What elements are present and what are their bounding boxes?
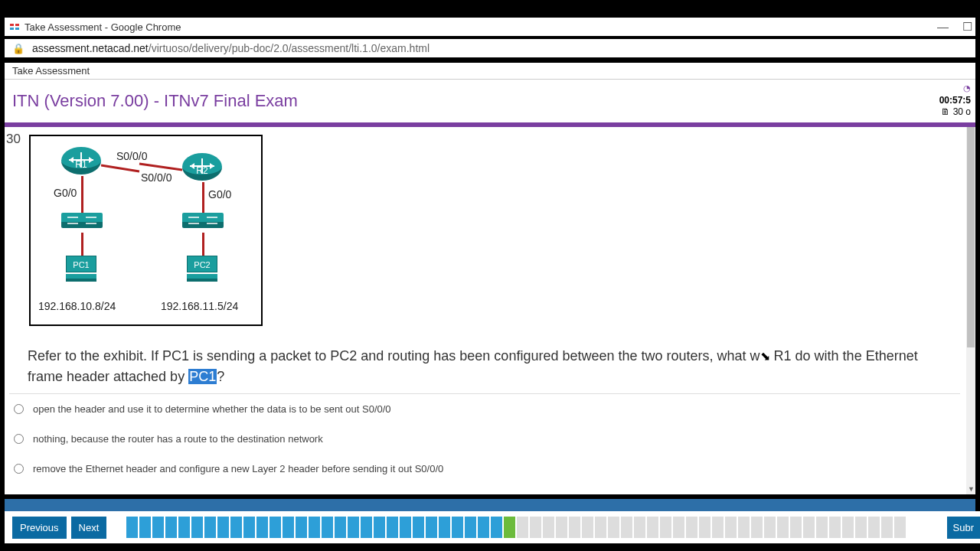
svg-line-13 [139, 164, 182, 170]
progress-box-done[interactable] [374, 517, 385, 538]
svg-rect-0 [10, 24, 14, 26]
progress-box-done[interactable] [165, 517, 177, 538]
tab-strip: Take Assessment [5, 63, 975, 80]
switch-right [182, 213, 224, 228]
link-line [202, 233, 204, 257]
radio-input[interactable] [14, 434, 24, 444]
question-number: 30 [6, 132, 21, 147]
svg-rect-2 [10, 28, 14, 30]
pc1: PC1 [66, 256, 100, 283]
scrollbar-thumb[interactable] [967, 127, 975, 347]
label-g00-left: G0/0 [54, 187, 77, 199]
progress-box-done[interactable] [491, 517, 502, 538]
svg-line-12 [101, 165, 139, 171]
progress-box-done[interactable] [230, 517, 242, 538]
answer-option[interactable]: remove the Ethernet header and configure… [9, 454, 960, 484]
exam-timer: ◔ 00:57:5 🗎 30 o [939, 83, 971, 119]
progress-box-empty[interactable] [855, 517, 867, 538]
previous-button[interactable]: Previous [12, 517, 67, 539]
progress-box-done[interactable] [256, 517, 268, 538]
pc2: PC2 [187, 256, 220, 283]
progress-box-done[interactable] [348, 517, 359, 538]
progress-box-empty[interactable] [647, 517, 658, 538]
submit-button[interactable]: Subr [947, 517, 980, 539]
progress-box-done[interactable] [217, 517, 229, 538]
progress-box-empty[interactable] [764, 517, 776, 538]
progress-box-empty[interactable] [842, 517, 854, 538]
link-line [81, 233, 83, 257]
window-titlebar: Take Assessment - Google Chrome — ☐ [5, 18, 975, 36]
progress-box-done[interactable] [204, 517, 216, 538]
footer-nav: Previous Next Subr [5, 511, 980, 543]
progress-box-empty[interactable] [738, 517, 750, 538]
progress-box-done[interactable] [178, 517, 190, 538]
progress-box-done[interactable] [322, 517, 333, 538]
label-s000-top: S0/0/0 [116, 150, 147, 162]
progress-box-empty[interactable] [543, 517, 554, 538]
answer-list: open the header and use it to determine … [9, 393, 960, 484]
url-domain: assessment.netacad.net [32, 42, 149, 54]
progress-box-current[interactable] [504, 517, 515, 538]
progress-box-empty[interactable] [595, 517, 606, 538]
progress-box-done[interactable] [465, 517, 476, 538]
progress-box-done[interactable] [387, 517, 398, 538]
progress-box-empty[interactable] [881, 517, 893, 538]
answer-option[interactable]: open the header and use it to determine … [9, 394, 960, 424]
progress-box-done[interactable] [309, 517, 320, 538]
progress-box-empty[interactable] [725, 517, 737, 538]
progress-box-empty[interactable] [894, 517, 906, 538]
progress-box-empty[interactable] [868, 517, 880, 538]
progress-box-empty[interactable] [751, 517, 763, 538]
progress-box-done[interactable] [439, 517, 450, 538]
progress-box-empty[interactable] [803, 517, 815, 538]
progress-box-done[interactable] [335, 517, 346, 538]
progress-box-empty[interactable] [712, 517, 724, 538]
footer-accent-bar [5, 499, 975, 511]
scroll-down-icon[interactable]: ▼ [968, 485, 975, 493]
progress-box-done[interactable] [243, 517, 255, 538]
progress-box-done[interactable] [152, 517, 164, 538]
minimize-icon[interactable]: — [937, 20, 949, 34]
progress-box-done[interactable] [126, 517, 138, 538]
progress-box-done[interactable] [191, 517, 203, 538]
link-line [81, 176, 83, 213]
progress-box-done[interactable] [361, 517, 372, 538]
progress-box-done[interactable] [413, 517, 424, 538]
progress-box-empty[interactable] [556, 517, 567, 538]
maximize-icon[interactable]: ☐ [962, 20, 972, 34]
answer-option[interactable]: nothing, because the router has a route … [9, 424, 960, 454]
scrollbar[interactable]: ▼ [966, 127, 975, 494]
progress-box-done[interactable] [478, 517, 489, 538]
progress-box-done[interactable] [400, 517, 411, 538]
progress-box-empty[interactable] [816, 517, 828, 538]
svg-rect-3 [15, 28, 19, 30]
next-button[interactable]: Next [71, 517, 107, 539]
progress-box-done[interactable] [452, 517, 463, 538]
question-content: 30 R1 R2 S0/0/0 S0/0/0 G0/0 G0/0 [5, 127, 975, 494]
progress-box-done[interactable] [296, 517, 307, 538]
progress-box-empty[interactable] [686, 517, 697, 538]
progress-box-empty[interactable] [608, 517, 619, 538]
progress-box-empty[interactable] [517, 517, 528, 538]
progress-box-done[interactable] [426, 517, 437, 538]
progress-box-empty[interactable] [777, 517, 789, 538]
progress-box-empty[interactable] [634, 517, 645, 538]
progress-box-empty[interactable] [569, 517, 580, 538]
progress-box-empty[interactable] [829, 517, 841, 538]
progress-box-done[interactable] [270, 517, 281, 538]
progress-box-empty[interactable] [699, 517, 710, 538]
tab-label[interactable]: Take Assessment [12, 65, 90, 77]
progress-box-empty[interactable] [582, 517, 593, 538]
exhibit-diagram: R1 R2 S0/0/0 S0/0/0 G0/0 G0/0 PC1 [29, 135, 263, 326]
progress-box-done[interactable] [139, 517, 151, 538]
progress-box-empty[interactable] [621, 517, 632, 538]
radio-input[interactable] [14, 464, 24, 474]
progress-box-done[interactable] [283, 517, 294, 538]
progress-box-empty[interactable] [790, 517, 802, 538]
progress-box-empty[interactable] [673, 517, 684, 538]
radio-input[interactable] [14, 404, 24, 414]
address-bar[interactable]: 🔒 assessment.netacad.net/virtuoso/delive… [5, 39, 975, 57]
cursor-icon: ⬊ [760, 350, 770, 363]
progress-box-empty[interactable] [530, 517, 541, 538]
progress-box-empty[interactable] [660, 517, 671, 538]
